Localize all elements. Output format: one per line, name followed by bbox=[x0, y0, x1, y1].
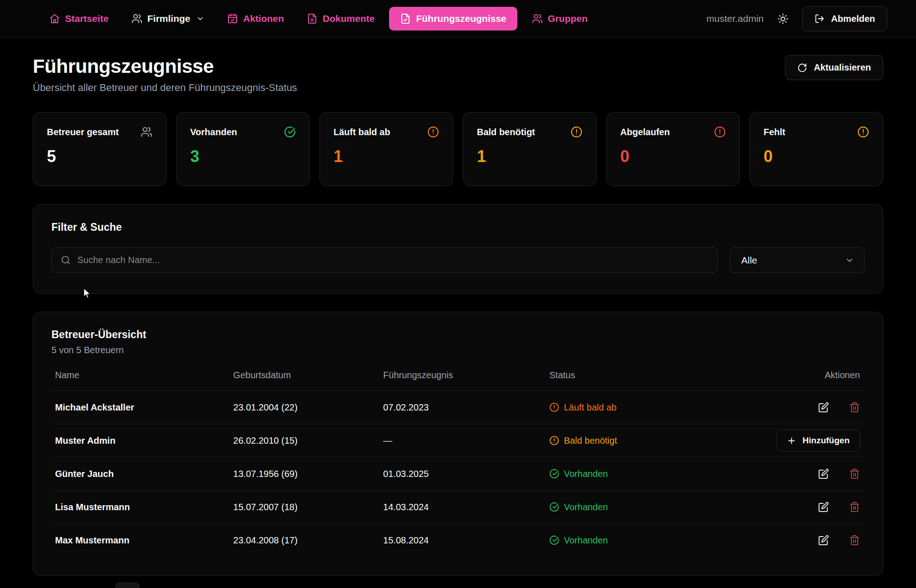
check-circle-icon bbox=[549, 469, 559, 479]
cell-birthdate: 23.01.2004 (22) bbox=[230, 391, 380, 424]
filter-title: Filter & Suche bbox=[51, 221, 865, 233]
cell-certificate: 01.03.2025 bbox=[380, 457, 546, 491]
cell-birthdate: 13.07.1956 (69) bbox=[230, 457, 380, 491]
stat-label: Betreuer gesamt bbox=[47, 127, 119, 137]
betreuer-table-card: Betreuer-Übersicht 5 von 5 Betreuern Nam… bbox=[33, 312, 883, 576]
sun-icon bbox=[777, 13, 789, 25]
users-icon bbox=[132, 13, 142, 24]
alert-circle-icon bbox=[549, 436, 559, 446]
stats-row: Betreuer gesamt 5 Vorhanden 3 Läuft bald… bbox=[33, 112, 883, 186]
status-filter-dropdown[interactable]: Alle bbox=[730, 247, 865, 273]
stat-card-bald-benoetigt: Bald benötigt 1 bbox=[463, 112, 597, 186]
column-header-geburtsdatum: Geburtsdatum bbox=[230, 370, 380, 391]
table-row: Lisa Mustermann 15.07.2007 (18) 14.03.20… bbox=[51, 491, 865, 524]
status-badge: Läuft bald ab bbox=[549, 402, 772, 413]
users-icon bbox=[532, 13, 543, 24]
add-button-label: Hinzufügen bbox=[803, 436, 850, 446]
calendar-check-icon bbox=[227, 13, 238, 24]
nav-item-gruppen[interactable]: Gruppen bbox=[524, 7, 596, 30]
check-circle-icon bbox=[549, 535, 559, 545]
cell-birthdate: 23.04.2008 (17) bbox=[230, 524, 380, 557]
column-header-aktionen: Aktionen bbox=[773, 370, 865, 391]
logout-button[interactable]: Abmelden bbox=[802, 6, 887, 31]
stat-label: Vorhanden bbox=[190, 127, 237, 137]
search-input[interactable] bbox=[51, 247, 718, 273]
trash-icon bbox=[849, 402, 860, 413]
status-badge: Vorhanden bbox=[549, 535, 772, 546]
status-badge: Vorhanden bbox=[549, 469, 772, 479]
table-row: Michael Ackstaller 23.01.2004 (22) 07.02… bbox=[51, 391, 865, 424]
column-header-status: Status bbox=[546, 370, 772, 391]
stat-value: 3 bbox=[190, 147, 296, 166]
table-row: Günter Jauch 13.07.1956 (69) 01.03.2025 … bbox=[51, 457, 865, 491]
edit-button[interactable] bbox=[818, 402, 829, 413]
stat-value: 1 bbox=[334, 147, 439, 166]
edit-button[interactable] bbox=[818, 535, 829, 546]
search-box bbox=[51, 247, 718, 273]
nav-item-fuehrungszeugnisse[interactable]: Führungszeugnisse bbox=[389, 7, 517, 30]
delete-button[interactable] bbox=[849, 402, 860, 413]
delete-button[interactable] bbox=[849, 502, 860, 512]
table-title: Betreuer-Übersicht bbox=[51, 329, 865, 341]
edit-button[interactable] bbox=[818, 468, 829, 479]
delete-button[interactable] bbox=[849, 468, 860, 479]
cell-certificate: 07.02.2023 bbox=[380, 391, 546, 424]
users-icon bbox=[141, 126, 152, 138]
stat-value: 0 bbox=[620, 147, 726, 166]
stat-card-vorhanden: Vorhanden 3 bbox=[176, 112, 310, 186]
stat-value: 0 bbox=[764, 147, 869, 166]
alert-circle-icon bbox=[857, 126, 869, 138]
theme-toggle-button[interactable] bbox=[777, 13, 789, 25]
column-header-name: Name bbox=[51, 370, 230, 391]
stat-card-laeuft-bald-ab: Läuft bald ab 1 bbox=[319, 112, 453, 186]
table-row: Muster Admin 26.02.2010 (15) — Bald benö… bbox=[51, 424, 865, 457]
edit-icon bbox=[818, 502, 829, 512]
check-circle-icon bbox=[284, 126, 296, 138]
logged-in-username: muster.admin bbox=[706, 13, 764, 24]
stat-value: 1 bbox=[477, 147, 582, 166]
nav-item-dokumente[interactable]: Dokumente bbox=[299, 7, 383, 30]
nav-item-label: Startseite bbox=[65, 13, 109, 24]
check-circle-icon bbox=[549, 502, 559, 512]
document-icon bbox=[307, 13, 318, 24]
edit-icon bbox=[818, 468, 829, 479]
chevron-down-icon bbox=[845, 256, 854, 265]
nav-item-firmlinge[interactable]: Firmlinge bbox=[123, 7, 213, 30]
cell-birthdate: 15.07.2007 (18) bbox=[230, 491, 380, 524]
main-navigation: Startseite Firmlinge Aktionen Dokumente … bbox=[41, 7, 596, 30]
stat-label: Abgelaufen bbox=[620, 127, 670, 137]
betreuer-table: Name Geburtsdatum Führungszeugnis Status… bbox=[51, 370, 865, 557]
page-header: Führungszeugnisse Übersicht aller Betreu… bbox=[33, 55, 883, 94]
stat-label: Fehlt bbox=[764, 127, 785, 137]
nav-item-startseite[interactable]: Startseite bbox=[41, 7, 117, 30]
cell-certificate: — bbox=[380, 424, 546, 457]
nav-item-label: Dokumente bbox=[323, 13, 374, 24]
alert-circle-icon bbox=[714, 126, 726, 138]
chevron-down-icon bbox=[196, 15, 204, 23]
column-header-fuehrungszeugnis: Führungszeugnis bbox=[380, 370, 546, 391]
refresh-button[interactable]: Aktualisieren bbox=[785, 55, 883, 80]
page-title: Führungszeugnisse bbox=[33, 55, 297, 77]
alert-circle-icon bbox=[549, 402, 559, 412]
logout-label: Abmelden bbox=[831, 14, 875, 24]
page-subtitle: Übersicht aller Betreuer und deren Führu… bbox=[33, 82, 297, 94]
stat-value: 5 bbox=[47, 147, 152, 166]
status-badge: Bald benötigt bbox=[549, 436, 772, 446]
nav-item-label: Firmlinge bbox=[147, 13, 191, 24]
alert-circle-icon bbox=[571, 126, 582, 138]
cell-birthdate: 26.02.2010 (15) bbox=[230, 424, 380, 457]
edit-icon bbox=[818, 535, 829, 546]
stat-card-betreuer-gesamt: Betreuer gesamt 5 bbox=[33, 112, 167, 186]
stat-card-abgelaufen: Abgelaufen 0 bbox=[606, 112, 740, 186]
stat-label: Bald benötigt bbox=[477, 127, 535, 137]
nav-item-aktionen[interactable]: Aktionen bbox=[219, 7, 292, 30]
add-certificate-button[interactable]: Hinzufügen bbox=[776, 430, 860, 451]
refresh-label: Aktualisieren bbox=[814, 62, 871, 73]
delete-button[interactable] bbox=[849, 535, 860, 546]
refresh-icon bbox=[797, 63, 807, 73]
edit-button[interactable] bbox=[818, 502, 829, 512]
top-nav: Startseite Firmlinge Aktionen Dokumente … bbox=[0, 0, 916, 38]
filter-card: Filter & Suche Alle bbox=[33, 204, 883, 294]
nav-item-label: Gruppen bbox=[548, 13, 588, 24]
edit-icon bbox=[818, 402, 829, 413]
